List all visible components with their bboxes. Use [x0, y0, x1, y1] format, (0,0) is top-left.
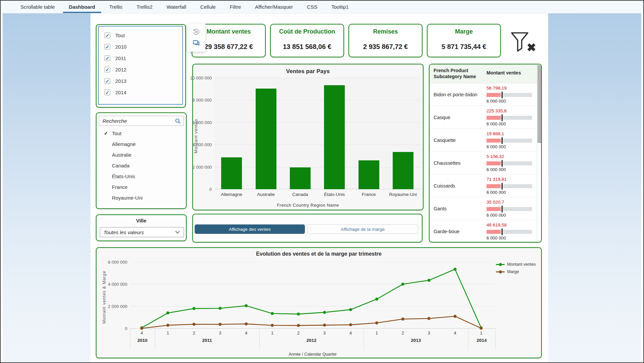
data-point[interactable]	[297, 324, 300, 327]
checkbox[interactable]: ✓	[105, 78, 110, 84]
year-filter-item-2011[interactable]: ✓2011	[96, 52, 185, 64]
data-point[interactable]	[375, 298, 378, 301]
data-point[interactable]	[428, 317, 431, 320]
search-input[interactable]	[99, 116, 183, 125]
toggle-button-affichage-de-la-marge[interactable]: Affichage de la marge	[307, 224, 418, 234]
bar-axis-line	[214, 189, 420, 189]
data-point[interactable]	[297, 313, 300, 316]
year-label-2010: 2010	[129, 338, 156, 343]
checkbox[interactable]: ✓	[105, 90, 110, 95]
year-filter-item-2013[interactable]: ✓2013	[96, 75, 185, 87]
table-row[interactable]: Gants35 020,76 000 000	[430, 197, 537, 220]
data-point[interactable]	[192, 307, 195, 310]
year-filter-item-2014[interactable]: ✓2014	[96, 87, 185, 98]
ville-dropdown[interactable]: Toutes les valeurs	[100, 227, 184, 237]
bar-france[interactable]	[359, 160, 379, 189]
bar-category-label: France	[351, 192, 386, 197]
country-item-australie[interactable]: Australie	[96, 149, 186, 160]
country-item-tout[interactable]: ✓Tout	[96, 128, 186, 139]
tab-filtre[interactable]: Filtre	[223, 1, 248, 13]
data-point[interactable]	[349, 308, 352, 311]
checkbox[interactable]: ✓	[105, 55, 110, 61]
tab-tooltip1[interactable]: Tooltip1	[324, 1, 356, 13]
ville-widget: Ville Toutes les valeurs	[96, 214, 187, 241]
table-row[interactable]: Chaussettes5 106,326 000 000	[430, 152, 537, 174]
country-item-canada[interactable]: Canada	[96, 160, 186, 171]
table-row[interactable]: Bidon et porte-bidon56 798,196 000 000	[430, 83, 537, 106]
bar-canada[interactable]	[290, 167, 311, 189]
bullet-bar	[487, 116, 532, 120]
data-point[interactable]	[401, 283, 404, 286]
search-box	[99, 116, 184, 126]
bar-royaume-uni[interactable]	[393, 152, 413, 189]
checkbox[interactable]: ✓	[105, 67, 110, 72]
reset-icon[interactable]	[192, 28, 201, 36]
data-point[interactable]	[323, 324, 326, 327]
toggle-button-affichage-des-ventes[interactable]: Affichage des ventes	[195, 224, 305, 234]
data-point[interactable]	[323, 311, 326, 314]
tab-afficher-masquer[interactable]: Afficher/Masquer	[248, 1, 300, 13]
bullet-bar-target-marker	[502, 228, 503, 235]
data-point[interactable]	[480, 327, 483, 330]
quarter-label: 4	[137, 330, 147, 335]
table-cell-name: Gants	[434, 206, 447, 211]
year-filter-item-2010[interactable]: ✓2010	[96, 41, 185, 52]
comments-icon[interactable]	[192, 39, 201, 48]
data-point[interactable]	[375, 321, 378, 324]
country-item-label: Royaume-Uni	[112, 195, 143, 201]
country-item-france[interactable]: France	[96, 182, 186, 192]
quarter-label: 3	[424, 330, 434, 335]
data-point[interactable]	[401, 317, 404, 320]
data-point[interactable]	[454, 268, 457, 271]
bar-category-label: Canada	[283, 192, 317, 197]
bar-australie[interactable]	[256, 89, 276, 189]
data-point[interactable]	[245, 304, 248, 307]
table-row[interactable]: Garde-boue46 619,586 000 000	[430, 220, 537, 243]
data-point[interactable]	[454, 315, 457, 318]
data-point[interactable]	[349, 323, 352, 326]
clear-filter-icon[interactable]	[509, 30, 537, 56]
country-item--tats-unis[interactable]: États-Unis	[96, 171, 186, 182]
tab-css[interactable]: CSS	[300, 1, 324, 13]
data-point[interactable]	[140, 327, 143, 330]
data-point[interactable]	[192, 323, 195, 326]
search-icon[interactable]	[175, 118, 181, 124]
line-ytick: 6 000 000	[108, 260, 127, 265]
data-point[interactable]	[428, 279, 431, 282]
table-row[interactable]: Cuissards71 319,816 000 000	[430, 174, 537, 197]
checkbox[interactable]: ✓	[105, 44, 110, 50]
table-cell-name: Chaussettes	[434, 160, 461, 166]
tab-cellule[interactable]: Cellule	[193, 1, 223, 13]
table-row[interactable]: Casquette19 688,16 000 000	[430, 129, 537, 152]
data-point[interactable]	[218, 307, 221, 310]
data-point[interactable]	[245, 322, 248, 325]
tab-trellis2[interactable]: Trellis2	[129, 1, 159, 13]
data-point[interactable]	[166, 311, 169, 314]
checkbox[interactable]: ✓	[105, 33, 110, 38]
quarter-label: 4	[450, 330, 460, 335]
data-point[interactable]	[166, 324, 169, 327]
legend-swatch	[496, 271, 505, 272]
table-scrollbar[interactable]	[537, 64, 541, 242]
tab-scrollable-table[interactable]: Scrollable table	[13, 1, 62, 13]
table-cell-scale: 6 000 000	[487, 121, 506, 126]
bar-allemagne[interactable]	[221, 157, 242, 189]
country-item-allemagne[interactable]: Allemagne	[96, 139, 186, 149]
country-item-royaume-uni[interactable]: Royaume-Uni	[96, 192, 186, 203]
table-row[interactable]: Casque225 335,66 000 000	[430, 106, 537, 129]
year-label-2011: 2011	[194, 338, 220, 343]
year-filter-item-2012[interactable]: ✓2012	[96, 64, 185, 75]
bar--tats-unis[interactable]	[324, 85, 345, 189]
line-chart-widget: Evolution des ventes et de la marge par …	[96, 247, 542, 358]
data-point[interactable]	[271, 324, 274, 327]
ville-title: Ville	[96, 218, 186, 223]
kpi-value: 5 871 735,44 €	[428, 43, 500, 51]
year-filter-item-tout[interactable]: ✓Tout	[96, 30, 185, 41]
tab-trellis[interactable]: Trellis	[102, 1, 129, 13]
country-item-label: Canada	[112, 163, 130, 168]
table-scrollbar-thumb[interactable]	[537, 65, 541, 143]
data-point[interactable]	[218, 323, 221, 326]
tab-waterfall[interactable]: Waterfall	[159, 1, 193, 13]
tab-dashboard[interactable]: Dashboard	[62, 1, 102, 13]
data-point[interactable]	[271, 312, 274, 315]
